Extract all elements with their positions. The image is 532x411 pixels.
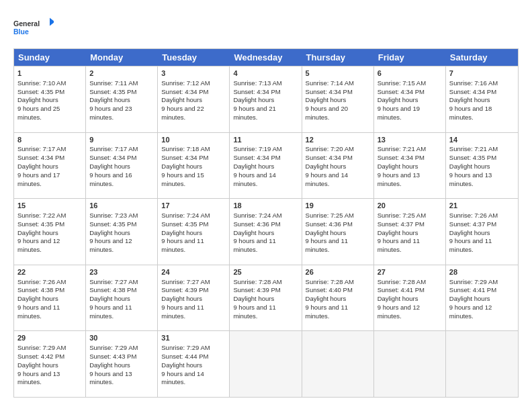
sunrise-label: Sunrise: 7:27 AM [89,278,138,285]
table-row: 16 Sunrise: 7:23 AM Sunset: 4:35 PM Dayl… [86,199,158,265]
daylight-value: 9 hours and 11 minutes. [449,237,492,253]
day-number: 9 [89,135,154,145]
daylight-label: Daylight hours [306,163,347,170]
daylight-value: 9 hours and 13 minutes. [89,370,132,386]
table-row: 21 Sunrise: 7:26 AM Sunset: 4:37 PM Dayl… [446,199,518,265]
day-number: 17 [161,201,226,211]
daylight-label: Daylight hours [89,96,130,103]
daylight-label: Daylight hours [233,163,274,170]
daylight-label: Daylight hours [89,361,130,369]
sunrise-label: Sunrise: 7:26 AM [449,212,498,219]
daylight-label: Daylight hours [449,163,490,170]
week-row-2: 8 Sunrise: 7:17 AM Sunset: 4:34 PM Dayli… [14,132,518,199]
sunrise-label: Sunrise: 7:25 AM [306,212,354,219]
day-number: 19 [306,201,370,211]
table-row: 1 Sunrise: 7:10 AM Sunset: 4:35 PM Dayli… [14,66,86,132]
daylight-value: 9 hours and 11 minutes. [89,304,132,320]
day-number: 23 [89,267,154,277]
sunrise-label: Sunrise: 7:29 AM [17,344,66,351]
sunset-label: Sunset: 4:34 PM [378,154,425,161]
header-day-monday: Monday [86,49,158,66]
table-row: 8 Sunrise: 7:17 AM Sunset: 4:34 PM Dayli… [14,133,86,199]
table-row: 24 Sunrise: 7:27 AM Sunset: 4:39 PM Dayl… [158,265,230,331]
table-row: 30 Sunrise: 7:29 AM Sunset: 4:43 PM Dayl… [86,331,158,397]
table-row: 19 Sunrise: 7:25 AM Sunset: 4:36 PM Dayl… [302,199,374,265]
calendar-body: 1 Sunrise: 7:10 AM Sunset: 4:35 PM Dayli… [14,66,518,397]
sunrise-label: Sunrise: 7:16 AM [449,79,498,87]
daylight-value: 9 hours and 20 minutes. [306,105,348,121]
daylight-label: Daylight hours [233,295,274,302]
logo: General Blue [13,13,54,40]
sunset-label: Sunset: 4:36 PM [306,220,353,228]
table-row: 26 Sunrise: 7:28 AM Sunset: 4:40 PM Dayl… [302,265,374,331]
sunrise-label: Sunrise: 7:21 AM [378,145,426,152]
daylight-label: Daylight hours [449,229,490,236]
sunrise-label: Sunrise: 7:17 AM [17,145,66,152]
sunset-label: Sunset: 4:34 PM [449,88,496,95]
sunset-label: Sunset: 4:34 PM [233,154,280,161]
sunset-label: Sunset: 4:35 PM [17,220,64,228]
sunset-label: Sunset: 4:35 PM [449,154,496,161]
daylight-label: Daylight hours [161,229,202,236]
day-number: 20 [378,201,442,211]
sunset-label: Sunset: 4:34 PM [378,88,425,95]
svg-text:Blue: Blue [13,28,29,36]
sunrise-label: Sunrise: 7:28 AM [306,278,354,285]
daylight-value: 9 hours and 11 minutes. [17,304,60,320]
svg-marker-2 [50,18,54,26]
daylight-value: 9 hours and 13 minutes. [449,171,492,187]
sunrise-label: Sunrise: 7:29 AM [161,344,210,351]
day-number: 24 [161,267,226,277]
sunrise-label: Sunrise: 7:28 AM [233,278,281,285]
table-row: 7 Sunrise: 7:16 AM Sunset: 4:34 PM Dayli… [446,66,518,132]
logo-svg: General Blue [13,13,54,40]
daylight-label: Daylight hours [161,96,202,103]
table-row: 17 Sunrise: 7:24 AM Sunset: 4:35 PM Dayl… [158,199,230,265]
sunrise-label: Sunrise: 7:25 AM [378,212,426,219]
day-number: 27 [378,267,442,277]
daylight-label: Daylight hours [378,295,418,302]
daylight-value: 9 hours and 25 minutes. [17,105,60,121]
header-day-friday: Friday [374,49,446,66]
daylight-label: Daylight hours [89,229,130,236]
sunset-label: Sunset: 4:39 PM [161,286,208,293]
daylight-value: 9 hours and 12 minutes. [17,237,60,253]
sunset-label: Sunset: 4:41 PM [449,286,496,293]
sunrise-label: Sunrise: 7:18 AM [161,145,210,152]
sunrise-label: Sunrise: 7:26 AM [17,278,66,285]
day-number: 28 [449,267,515,277]
table-row: 5 Sunrise: 7:14 AM Sunset: 4:34 PM Dayli… [302,66,374,132]
daylight-value: 9 hours and 11 minutes. [161,304,204,320]
calendar: SundayMondayTuesdayWednesdayThursdayFrid… [13,48,519,398]
sunset-label: Sunset: 4:38 PM [89,286,136,293]
day-number: 8 [17,135,82,145]
sunrise-label: Sunrise: 7:21 AM [449,145,498,152]
daylight-value: 9 hours and 12 minutes. [449,304,492,320]
daylight-label: Daylight hours [17,295,58,302]
table-row: 23 Sunrise: 7:27 AM Sunset: 4:38 PM Dayl… [86,265,158,331]
sunset-label: Sunset: 4:43 PM [89,353,136,360]
table-row [374,331,446,397]
day-number: 18 [233,201,298,211]
sunrise-label: Sunrise: 7:12 AM [161,79,210,87]
sunrise-label: Sunrise: 7:22 AM [17,212,66,219]
table-row [302,331,374,397]
daylight-label: Daylight hours [17,361,58,369]
table-row: 18 Sunrise: 7:24 AM Sunset: 4:36 PM Dayl… [230,199,302,265]
daylight-value: 9 hours and 16 minutes. [89,171,132,187]
table-row: 20 Sunrise: 7:25 AM Sunset: 4:37 PM Dayl… [374,199,446,265]
sunrise-label: Sunrise: 7:27 AM [161,278,210,285]
daylight-label: Daylight hours [161,361,202,369]
sunset-label: Sunset: 4:34 PM [17,154,64,161]
day-number: 22 [17,267,82,277]
daylight-value: 9 hours and 23 minutes. [89,105,132,121]
daylight-value: 9 hours and 11 minutes. [233,237,275,253]
sunrise-label: Sunrise: 7:24 AM [161,212,210,219]
sunset-label: Sunset: 4:40 PM [306,286,353,293]
sunset-label: Sunset: 4:35 PM [89,88,136,95]
daylight-value: 9 hours and 14 minutes. [161,370,204,386]
calendar-header: SundayMondayTuesdayWednesdayThursdayFrid… [14,49,518,66]
table-row: 12 Sunrise: 7:20 AM Sunset: 4:34 PM Dayl… [302,133,374,199]
daylight-label: Daylight hours [449,295,490,302]
table-row: 4 Sunrise: 7:13 AM Sunset: 4:34 PM Dayli… [230,66,302,132]
